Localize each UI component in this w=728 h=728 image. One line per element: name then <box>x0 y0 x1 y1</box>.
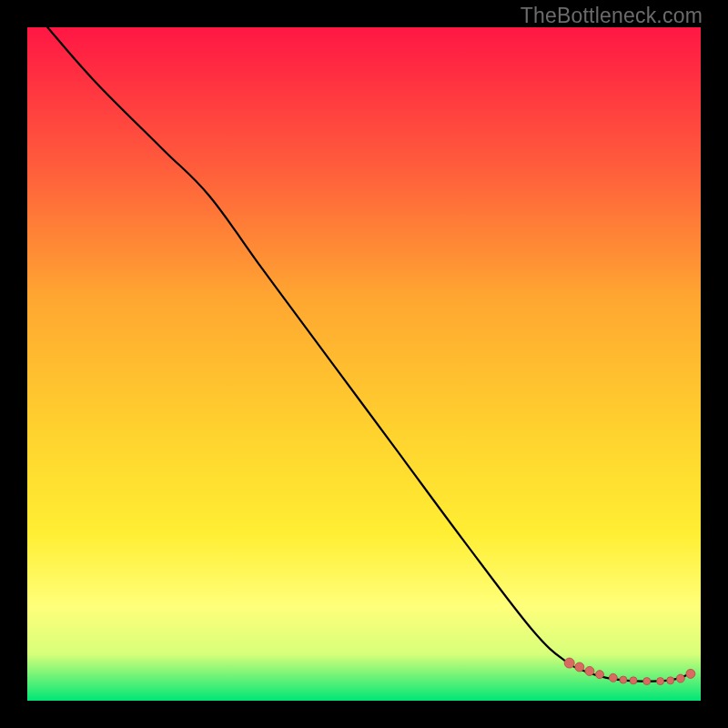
watermark-text: TheBottleneck.com <box>521 4 703 28</box>
gradient-background <box>27 27 701 701</box>
data-marker <box>643 678 651 685</box>
data-marker <box>630 677 637 684</box>
chart-svg <box>27 27 701 701</box>
data-marker <box>596 671 604 679</box>
data-marker <box>620 676 627 683</box>
data-marker <box>667 677 674 684</box>
data-marker <box>609 673 617 682</box>
chart-plot-area <box>27 27 701 701</box>
data-marker <box>657 678 664 685</box>
data-marker <box>676 674 684 682</box>
data-marker <box>575 662 584 672</box>
data-marker <box>585 666 594 675</box>
data-marker <box>564 658 574 668</box>
data-marker <box>686 669 695 678</box>
